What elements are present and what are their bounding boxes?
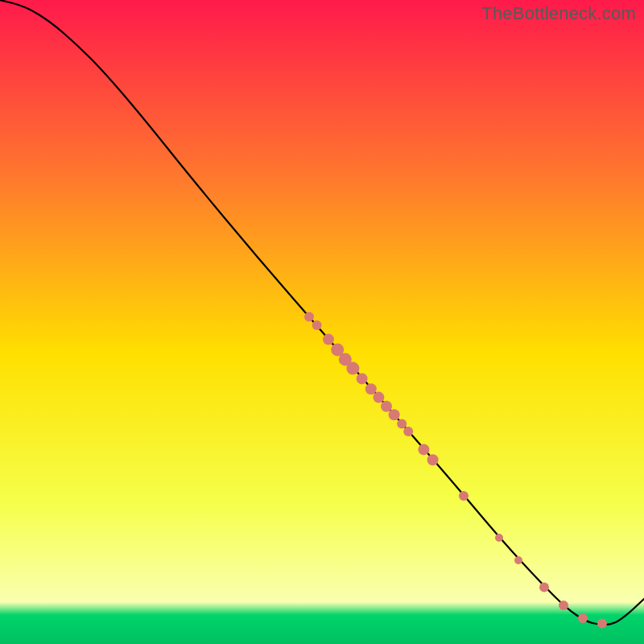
data-dot [403, 427, 413, 436]
data-dot [427, 454, 439, 465]
data-dot [559, 601, 568, 610]
data-dot [357, 373, 368, 384]
data-dot [323, 334, 334, 345]
data-dot [495, 534, 503, 542]
data-dot [365, 383, 377, 394]
data-dot [346, 362, 359, 375]
data-dot [304, 312, 314, 322]
data-dot [389, 409, 400, 420]
data-dot [381, 401, 392, 412]
data-dot [578, 613, 588, 623]
data-dot [373, 392, 384, 403]
data-dot [459, 491, 469, 501]
data-dot [418, 444, 429, 455]
data-dot [312, 320, 322, 330]
bottleneck-chart [0, 0, 644, 644]
chart-background [0, 0, 644, 644]
data-dot [597, 618, 607, 628]
data-dot [539, 583, 549, 592]
data-dot [514, 556, 522, 564]
data-dot [397, 419, 407, 428]
watermark-text: TheBottleneck.com [481, 3, 636, 24]
